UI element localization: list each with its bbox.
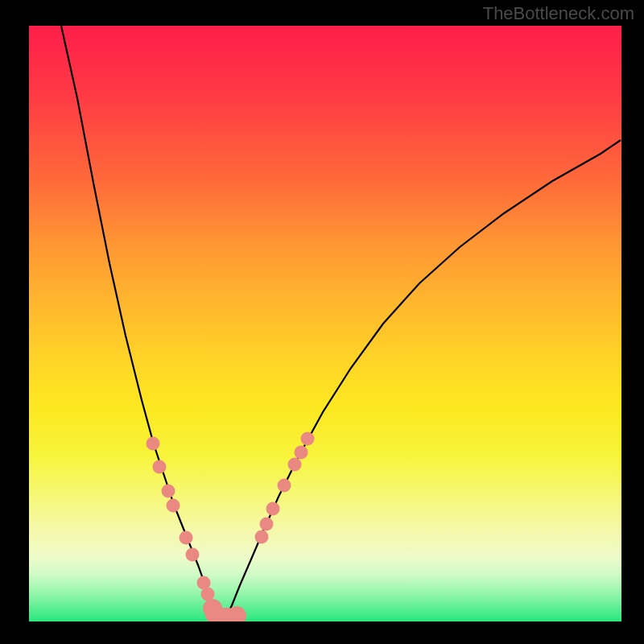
data-dot (186, 548, 200, 562)
watermark-text: TheBottleneck.com (483, 3, 634, 24)
curves-svg (29, 26, 621, 621)
data-dot (260, 518, 274, 531)
data-dot (301, 432, 315, 446)
chart-area (29, 26, 621, 621)
data-dot (227, 606, 246, 621)
data-dot (266, 502, 280, 516)
data-dot (162, 485, 175, 498)
right-curve (226, 140, 621, 617)
data-dot (153, 460, 167, 474)
data-dot (288, 458, 302, 472)
left-curve (61, 26, 217, 617)
data-dot (180, 531, 193, 545)
data-dot (278, 479, 291, 493)
data-dot (295, 446, 308, 460)
data-dot (255, 530, 269, 544)
data-dot (147, 437, 160, 451)
data-dot (167, 499, 180, 513)
